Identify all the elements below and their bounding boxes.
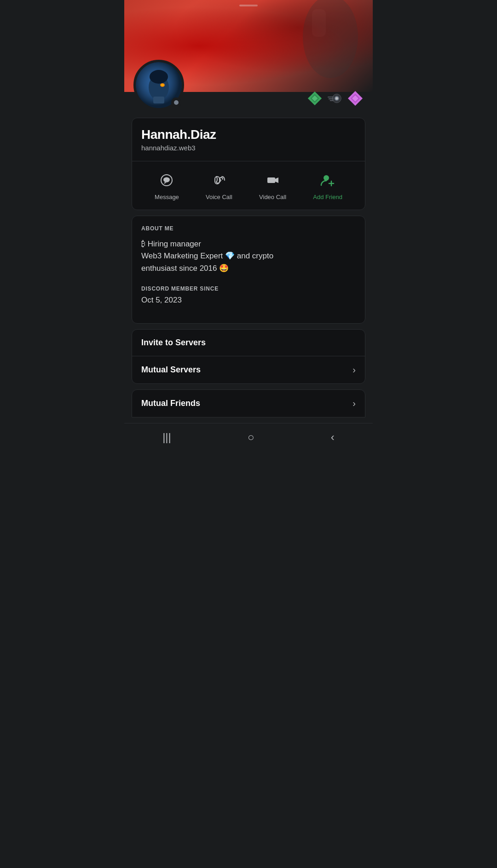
invite-servers-row: Invite to Servers bbox=[141, 338, 356, 348]
member-since-header: DISCORD MEMBER SINCE bbox=[141, 286, 356, 292]
nitro-boost-badge bbox=[306, 90, 323, 107]
about-card: ABOUT ME ₿ Hiring manager Web3 Marketing… bbox=[132, 216, 365, 324]
svg-rect-26 bbox=[267, 177, 275, 183]
svg-marker-24 bbox=[164, 182, 167, 184]
nav-back[interactable]: ‹ bbox=[331, 431, 335, 444]
add-friend-icon bbox=[318, 171, 337, 190]
user-handle: hannahdiaz.web3 bbox=[141, 144, 356, 152]
mutual-friends-section[interactable]: Mutual Friends › bbox=[132, 389, 365, 417]
svg-marker-27 bbox=[275, 177, 278, 183]
svg-rect-8 bbox=[153, 97, 164, 103]
invite-servers-title: Invite to Servers bbox=[141, 338, 206, 348]
mutual-friends-chevron: › bbox=[353, 398, 356, 409]
nav-recent-apps[interactable]: ||| bbox=[162, 431, 171, 444]
about-line3: enthusiast since 2016 🤩 bbox=[141, 264, 229, 273]
servers-card: Invite to Servers Mutual Servers › bbox=[132, 329, 365, 384]
mutual-servers-chevron: › bbox=[353, 365, 356, 375]
avatar-wrapper bbox=[133, 60, 184, 110]
svg-point-15 bbox=[335, 97, 338, 100]
voice-call-icon bbox=[209, 171, 229, 190]
add-friend-button[interactable]: Add Friend bbox=[313, 171, 342, 200]
message-button[interactable]: Message bbox=[155, 171, 179, 200]
invite-to-servers-section[interactable]: Invite to Servers bbox=[132, 330, 365, 356]
speed-badge bbox=[327, 90, 343, 107]
nav-home[interactable]: ○ bbox=[248, 431, 254, 444]
divider bbox=[132, 161, 365, 161]
mutual-friends-title: Mutual Friends bbox=[141, 399, 200, 408]
pink-diamond-badge bbox=[347, 90, 364, 107]
mutual-servers-row: Mutual Servers › bbox=[141, 365, 356, 375]
voice-call-label: Voice Call bbox=[206, 194, 232, 200]
bottom-navigation: ||| ○ ‹ bbox=[124, 423, 373, 447]
video-call-button[interactable]: Video Call bbox=[259, 171, 286, 200]
profile-card: Hannah.Diaz hannahdiaz.web3 Message bbox=[132, 118, 365, 210]
add-friend-label: Add Friend bbox=[313, 194, 342, 200]
svg-point-6 bbox=[161, 84, 164, 86]
video-call-label: Video Call bbox=[259, 194, 286, 200]
about-me-header: ABOUT ME bbox=[141, 225, 356, 232]
about-me-text: ₿ Hiring manager Web3 Marketing Expert 💎… bbox=[141, 238, 356, 274]
about-line2: Web3 Marketing Expert 💎 and crypto bbox=[141, 251, 273, 260]
svg-point-23 bbox=[163, 177, 170, 183]
member-since-date: Oct 5, 2023 bbox=[141, 296, 356, 305]
action-buttons: Message Voice Call Video Call bbox=[141, 171, 356, 200]
username: Hannah.Diaz bbox=[141, 127, 356, 142]
avatar-status-indicator bbox=[171, 97, 181, 108]
avatar-section bbox=[124, 60, 373, 110]
message-icon bbox=[157, 171, 176, 190]
svg-rect-1 bbox=[312, 9, 326, 37]
mutual-servers-section[interactable]: Mutual Servers › bbox=[132, 356, 365, 383]
video-call-icon bbox=[263, 171, 283, 190]
mutual-servers-title: Mutual Servers bbox=[141, 365, 201, 375]
voice-call-button[interactable]: Voice Call bbox=[206, 171, 232, 200]
svg-point-7 bbox=[150, 70, 168, 84]
badge-row bbox=[306, 90, 364, 110]
svg-point-28 bbox=[324, 175, 329, 181]
about-line1: ₿ Hiring manager bbox=[141, 240, 201, 248]
avatar-status-dot bbox=[173, 99, 179, 106]
message-label: Message bbox=[155, 194, 179, 200]
